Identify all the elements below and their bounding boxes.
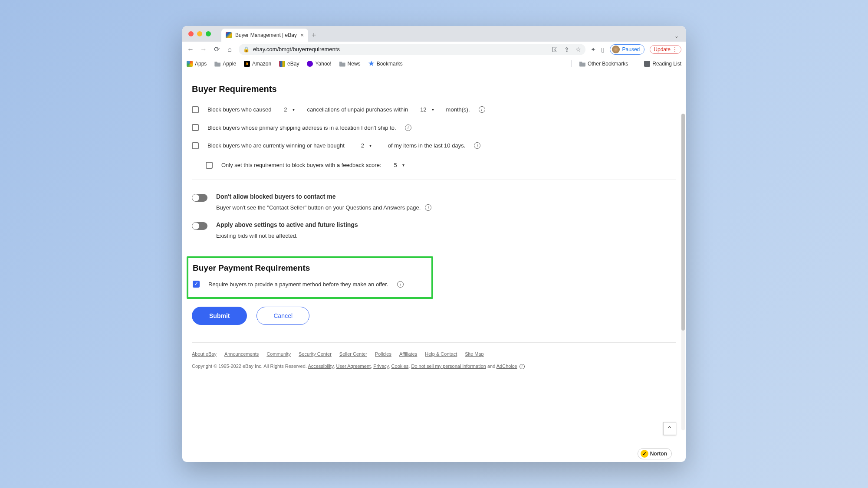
tab-title: Buyer Management | eBay xyxy=(235,32,297,38)
profile-status: Paused xyxy=(622,46,640,52)
browser-tab[interactable]: Buyer Management | eBay × xyxy=(221,29,308,42)
close-window-button[interactable] xyxy=(188,31,194,36)
feedback-score-dropdown[interactable]: 5 ▾ xyxy=(390,160,408,170)
norton-badge[interactable]: ✓ Norton xyxy=(638,448,672,459)
update-button[interactable]: Update ⋮ xyxy=(650,45,681,54)
home-button[interactable]: ⌂ xyxy=(226,46,233,53)
unpaid-count-dropdown[interactable]: 2 ▾ xyxy=(280,105,298,115)
row-text: Block buyers who are currently winning o… xyxy=(207,142,345,149)
row-text: Block buyers whose primary shipping addr… xyxy=(207,124,396,131)
maximize-window-button[interactable] xyxy=(206,31,211,36)
bookmark-label: eBay xyxy=(287,61,299,67)
url-text: ebay.com/bmgt/buyerrequirements xyxy=(253,46,340,52)
block-shipping-checkbox[interactable] xyxy=(192,124,199,131)
payment-requirements-highlight: Buyer Payment Requirements Require buyer… xyxy=(187,256,433,299)
require-payment-checkbox[interactable] xyxy=(193,281,200,288)
back-button[interactable]: ← xyxy=(187,46,194,53)
footer-link[interactable]: Announcements xyxy=(224,351,259,357)
separator xyxy=(571,60,572,67)
apps-shortcut[interactable]: Apps xyxy=(187,61,207,67)
toggle-title: Apply above settings to active and futur… xyxy=(216,221,676,228)
amazon-icon: a xyxy=(244,61,250,67)
checkmark-icon: ✓ xyxy=(641,450,648,458)
copyright-text: Copyright © 1995-2022 eBay Inc. All Righ… xyxy=(192,364,308,369)
legal-link[interactable]: Cookies xyxy=(391,364,409,369)
footer-links: About eBay Announcements Community Secur… xyxy=(192,351,676,357)
scrollbar-thumb[interactable] xyxy=(681,114,685,331)
reading-list[interactable]: Reading List xyxy=(644,61,681,67)
block-winning-checkbox[interactable] xyxy=(192,142,199,149)
info-icon[interactable]: i xyxy=(425,204,431,211)
footer-link[interactable]: Security Center xyxy=(299,351,332,357)
bookmark-label: News xyxy=(348,61,361,67)
toggle-desc: Existing bids will not be affected. xyxy=(216,233,298,239)
block-shipping-row: Block buyers whose primary shipping addr… xyxy=(192,124,676,131)
block-unpaid-checkbox[interactable] xyxy=(192,106,199,113)
bookmarks-bar: Apps Apple aAmazon eBay Yahoo! News Book… xyxy=(182,57,686,70)
footer-link[interactable]: Seller Center xyxy=(339,351,367,357)
apps-icon xyxy=(187,61,193,67)
row-text: cancellations of unpaid purchases within xyxy=(307,106,408,113)
legal-link[interactable]: Do not sell my personal information xyxy=(411,364,486,369)
extensions-icon[interactable]: ✦ xyxy=(591,46,596,53)
feedback-score-checkbox[interactable] xyxy=(206,162,213,169)
info-icon[interactable]: i xyxy=(397,281,404,288)
scrollbar[interactable] xyxy=(681,114,685,430)
folder-icon xyxy=(339,61,345,67)
bookmark-ebay[interactable]: eBay xyxy=(279,61,299,67)
bookmark-news[interactable]: News xyxy=(339,61,361,67)
minimize-window-button[interactable] xyxy=(197,31,202,36)
block-unpaid-row: Block buyers who caused 2 ▾ cancellation… xyxy=(192,105,676,115)
share-icon[interactable]: ⇪ xyxy=(564,46,569,53)
legal-link[interactable]: Privacy xyxy=(373,364,388,369)
chevron-down-icon: ▾ xyxy=(402,163,404,167)
footer-link[interactable]: Policies xyxy=(375,351,391,357)
legal-link[interactable]: User Agreement xyxy=(336,364,371,369)
bookmark-apple[interactable]: Apple xyxy=(214,61,236,67)
tab-dropdown-icon[interactable]: ⌄ xyxy=(674,33,681,42)
cast-icon[interactable]: ▯ xyxy=(601,46,605,53)
more-icon[interactable]: ⋮ xyxy=(672,46,677,52)
forward-button[interactable]: → xyxy=(200,46,207,53)
new-tab-button[interactable]: + xyxy=(312,31,316,42)
legal-link[interactable]: Accessibility xyxy=(308,364,333,369)
reload-button[interactable]: ⟳ xyxy=(213,45,220,53)
chevron-down-icon: ▾ xyxy=(432,107,434,112)
bookmark-bookmarks[interactable]: Bookmarks xyxy=(368,61,403,67)
update-label: Update xyxy=(654,46,671,52)
other-bookmarks[interactable]: Other Bookmarks xyxy=(579,61,628,67)
info-icon[interactable]: i xyxy=(519,364,525,369)
footer-link[interactable]: Site Map xyxy=(465,351,483,357)
extension-icons: ✦ ▯ xyxy=(591,46,605,53)
winning-count-dropdown[interactable]: 2 ▾ xyxy=(353,141,379,151)
close-tab-button[interactable]: × xyxy=(300,32,304,39)
footer-link[interactable]: About eBay xyxy=(192,351,217,357)
other-bookmarks-label: Other Bookmarks xyxy=(588,61,628,67)
scroll-to-top-button[interactable]: ⌃ xyxy=(663,422,676,435)
window-controls xyxy=(188,31,211,36)
submit-button[interactable]: Submit xyxy=(192,307,247,325)
row-text: of my items in the last 10 days. xyxy=(388,142,465,149)
info-icon[interactable]: i xyxy=(405,124,411,131)
bookmark-yahoo[interactable]: Yahoo! xyxy=(307,61,331,67)
key-icon[interactable]: ⚿ xyxy=(552,46,558,53)
apply-settings-toggle[interactable] xyxy=(192,222,207,230)
address-bar-icons: ⚿ ⇪ ☆ xyxy=(552,46,581,53)
cancel-button[interactable]: Cancel xyxy=(256,307,309,325)
bookmark-amazon[interactable]: aAmazon xyxy=(244,61,271,67)
info-icon[interactable]: i xyxy=(474,142,480,149)
unpaid-months-dropdown[interactable]: 12 ▾ xyxy=(417,105,437,115)
toggle-title: Don't allow blocked buyers to contact me xyxy=(216,193,676,200)
info-icon[interactable]: i xyxy=(479,106,485,113)
footer-link[interactable]: Community xyxy=(266,351,291,357)
address-bar[interactable]: 🔒 ebay.com/bmgt/buyerrequirements ⚿ ⇪ ☆ xyxy=(239,44,585,55)
footer-link[interactable]: Affiliates xyxy=(399,351,417,357)
footer-link[interactable]: Help & Contact xyxy=(425,351,457,357)
block-contact-toggle[interactable] xyxy=(192,194,207,202)
bookmark-label: Bookmarks xyxy=(377,61,403,67)
star-icon[interactable]: ☆ xyxy=(575,46,581,53)
list-icon xyxy=(644,61,650,67)
adchoice-link[interactable]: AdChoice xyxy=(496,364,517,369)
and-text: and xyxy=(487,364,496,369)
profile-button[interactable]: Paused xyxy=(610,44,645,55)
